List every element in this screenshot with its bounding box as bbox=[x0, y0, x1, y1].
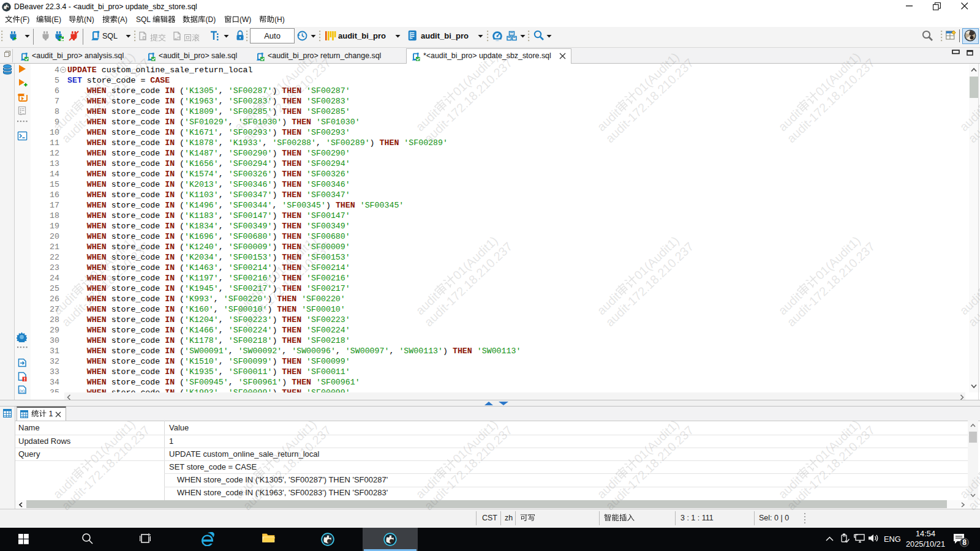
svg-text:8: 8 bbox=[962, 538, 967, 547]
svg-text:(x): (x) bbox=[20, 388, 25, 394]
